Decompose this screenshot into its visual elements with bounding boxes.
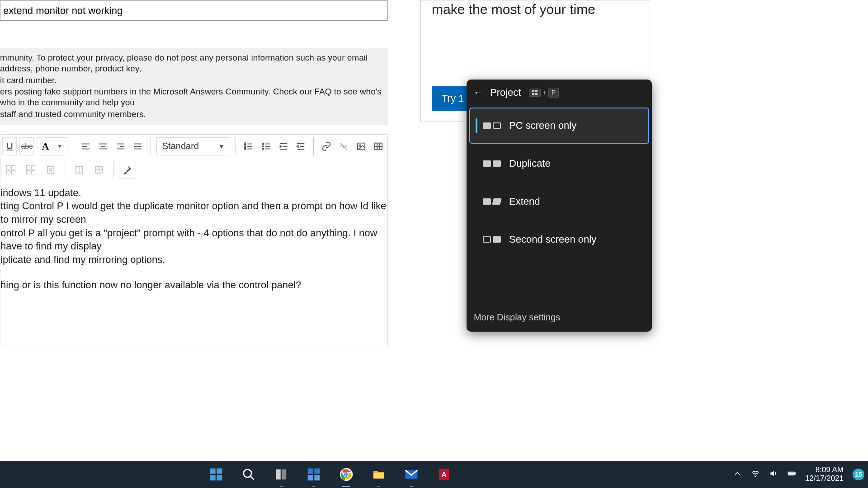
toolbar-separator (65, 161, 65, 179)
tray-time-text: 8:09 AM (805, 466, 844, 474)
project-option-label: PC screen only (509, 120, 576, 131)
project-option-second-only[interactable]: Second screen only (469, 221, 649, 258)
image-button[interactable] (354, 137, 368, 155)
editor-content[interactable]: indows 11 update. tting Control P I woul… (0, 182, 387, 346)
notice-text: mmunity. To protect your privacy, please… (0, 52, 384, 74)
svg-rect-60 (307, 475, 313, 480)
promo-heading: make the most of your time (432, 0, 639, 19)
project-flyout: ← Project + P PC screen only Duplicate E… (467, 80, 652, 332)
svg-point-23 (262, 148, 264, 150)
svg-rect-53 (217, 475, 222, 480)
unlink-button[interactable] (336, 137, 351, 155)
back-arrow-icon[interactable]: ← (473, 87, 484, 99)
toolbar-separator (113, 161, 113, 179)
svg-rect-47 (535, 90, 538, 92)
toolbar-separator (313, 137, 314, 155)
taskbar-center: A (208, 466, 452, 483)
project-shortcut: + P (529, 88, 559, 98)
svg-line-55 (250, 476, 254, 480)
paragraph-style-label: Standard (162, 141, 199, 151)
editor-line: indows 11 update. (0, 186, 387, 200)
clear-formatting-button[interactable] (119, 161, 136, 179)
svg-rect-49 (535, 93, 538, 95)
svg-point-21 (262, 143, 264, 145)
notice-text: staff and trusted community members. (0, 109, 384, 120)
project-header: ← Project + P (467, 80, 652, 103)
search-button[interactable] (241, 466, 257, 483)
svg-point-32 (359, 145, 361, 146)
svg-rect-46 (532, 90, 534, 92)
editor-toolbar-row-1: U abc A ▼ Standard ▼ 123 (0, 135, 387, 158)
ordered-list-button[interactable]: 123 (241, 137, 256, 155)
toolbar-separator (73, 137, 73, 155)
font-color-dropdown[interactable]: A ▼ (37, 137, 67, 155)
svg-rect-57 (282, 469, 286, 480)
post-title-input[interactable] (0, 0, 388, 21)
editor-line: hing or is this function now no longer a… (0, 278, 387, 292)
widgets-button[interactable] (306, 466, 322, 483)
svg-point-22 (262, 145, 264, 147)
align-center-button[interactable] (96, 137, 110, 155)
system-tray: 8:09 AM 12/17/2021 15 (733, 466, 864, 483)
volume-icon[interactable] (769, 469, 778, 480)
selection-accent (476, 118, 477, 133)
table-merge-button[interactable] (90, 161, 108, 179)
table-insert-col-button[interactable] (22, 161, 39, 179)
project-option-label: Duplicate (509, 158, 551, 169)
second-only-icon (483, 236, 501, 243)
underline-button[interactable]: U (2, 137, 17, 155)
svg-rect-52 (210, 475, 215, 480)
notification-badge[interactable]: 15 (853, 469, 864, 480)
plus-text: + (542, 89, 546, 96)
chrome-taskbar-icon[interactable] (338, 466, 354, 483)
project-option-label: Extend (509, 196, 540, 207)
task-view-button[interactable] (273, 466, 289, 483)
mail-taskbar-icon[interactable] (403, 466, 420, 483)
battery-icon[interactable] (787, 469, 796, 480)
tray-date-text: 12/17/2021 (805, 474, 844, 483)
svg-point-65 (345, 473, 348, 476)
table-split-button[interactable] (71, 161, 88, 179)
privacy-notice: mmunity. To protect your privacy, please… (0, 48, 388, 125)
tray-clock[interactable]: 8:09 AM 12/17/2021 (805, 466, 844, 483)
project-option-duplicate[interactable]: Duplicate (469, 145, 649, 182)
editor-line: tting Control P I would get the duplicat… (0, 199, 387, 226)
align-left-button[interactable] (79, 137, 93, 155)
extend-icon (483, 198, 501, 205)
svg-text:A: A (441, 470, 447, 479)
duplicate-icon (483, 160, 501, 167)
unordered-list-button[interactable] (259, 137, 274, 155)
svg-point-54 (243, 469, 251, 478)
indent-button[interactable] (276, 137, 291, 155)
table-delete-button[interactable] (42, 161, 59, 179)
link-button[interactable] (319, 137, 334, 155)
tray-overflow-icon[interactable] (733, 469, 742, 480)
p-key-icon: P (548, 88, 559, 98)
wifi-icon[interactable] (751, 469, 760, 480)
file-explorer-taskbar-icon[interactable] (371, 466, 387, 483)
project-option-extend[interactable]: Extend (469, 183, 649, 220)
strikethrough-button[interactable]: abc (19, 137, 34, 155)
svg-rect-48 (532, 93, 534, 95)
more-display-settings-link[interactable]: More Display settings (467, 303, 652, 332)
editor-line: iplicate and find my mirroring options. (0, 253, 387, 267)
table-insert-row-button[interactable] (2, 161, 19, 179)
paragraph-style-dropdown[interactable]: Standard ▼ (156, 137, 231, 155)
notice-text: ers posting fake support numbers in the … (0, 86, 384, 108)
taskbar: A 8:09 AM 12/17/2021 15 (0, 461, 868, 488)
svg-rect-72 (789, 473, 793, 474)
grid-icon (26, 165, 35, 174)
svg-point-69 (755, 476, 756, 477)
adobe-reader-taskbar-icon[interactable]: A (436, 466, 452, 483)
outdent-button[interactable] (293, 137, 308, 155)
chevron-down-icon: ▼ (218, 143, 225, 150)
project-option-pc-only[interactable]: PC screen only (469, 108, 649, 144)
project-options: PC screen only Duplicate Extend Second s… (467, 103, 652, 303)
svg-text:3: 3 (245, 147, 246, 150)
align-justify-button[interactable] (131, 137, 145, 155)
project-option-label: Second screen only (509, 234, 596, 245)
table-button[interactable] (371, 137, 386, 155)
toolbar-separator (236, 137, 236, 155)
align-right-button[interactable] (113, 137, 128, 155)
start-button[interactable] (208, 466, 224, 483)
